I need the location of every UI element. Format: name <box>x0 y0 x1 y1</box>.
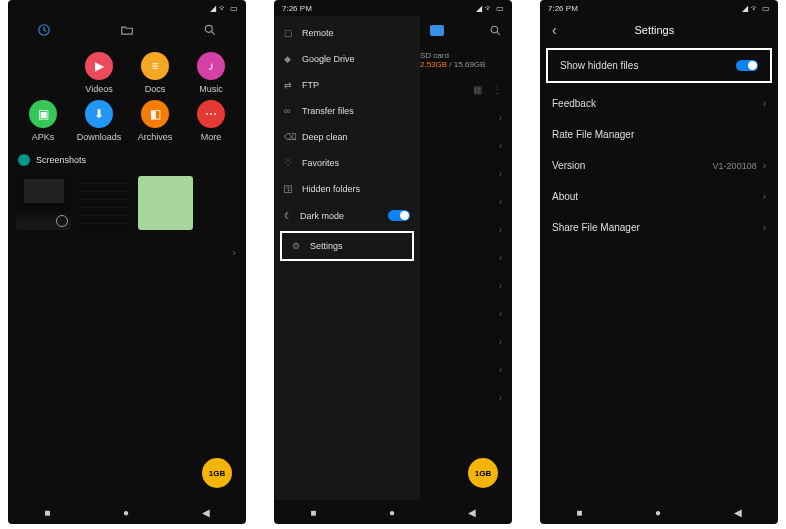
signal-icon: ◢ <box>742 4 748 13</box>
menu-remote[interactable]: ▢Remote <box>274 20 420 46</box>
search-icon[interactable] <box>489 24 502 37</box>
drawer-menu: ▢Remote ◆Google Drive ⇄FTP ∞Transfer fil… <box>274 16 420 500</box>
moon-icon: ☾ <box>284 211 292 221</box>
clean-icon: ⌫ <box>284 132 294 142</box>
settings-list: Show hidden files Feedback› Rate File Ma… <box>540 44 778 243</box>
folder-tab-icon[interactable] <box>119 22 135 38</box>
menu-favorites[interactable]: ♡Favorites <box>274 150 420 176</box>
show-hidden-toggle[interactable] <box>736 60 758 71</box>
tile-apks[interactable]: ▣APKs <box>18 100 68 142</box>
top-tabs <box>8 16 246 38</box>
signal-icon: ◢ <box>210 4 216 13</box>
docs-icon: ≡ <box>141 52 169 80</box>
row-feedback[interactable]: Feedback› <box>540 88 778 119</box>
thumbnail[interactable] <box>16 176 71 230</box>
status-time: 7:26 PM <box>282 4 312 13</box>
lock-icon: ⚿ <box>284 184 294 194</box>
battery-icon: ▭ <box>762 4 770 13</box>
screen-3-settings: 7:26 PM ◢ᯤ▭ ‹ Settings Show hidden files… <box>540 0 778 524</box>
nav-back[interactable]: ◀ <box>468 507 476 518</box>
back-button[interactable]: ‹ <box>552 22 557 38</box>
chevron-right-icon: › <box>763 160 766 171</box>
nav-recents[interactable]: ■ <box>44 507 50 518</box>
row-share[interactable]: Share File Manager› <box>540 212 778 243</box>
nav-recents[interactable]: ■ <box>310 507 316 518</box>
grid-view-icon[interactable]: ▦ <box>473 84 482 95</box>
tile-more[interactable]: ⋯More <box>186 100 236 142</box>
wifi-icon: ᯤ <box>751 4 759 13</box>
thumbnail-row <box>8 172 246 238</box>
cleaner-fab[interactable]: 1GB <box>202 458 232 488</box>
more-icon[interactable]: ⋮ <box>492 84 502 95</box>
screen-2-drawer: 7:26 PM ◢ᯤ▭ ▢Remote ◆Google Drive ⇄FTP ∞… <box>274 0 512 524</box>
tile-archives[interactable]: ◧Archives <box>130 100 180 142</box>
storage-info[interactable]: SD card 2.53GB / 15.69GB <box>420 45 512 75</box>
tile-videos[interactable]: ▶Videos <box>74 52 124 94</box>
archive-icon: ◧ <box>141 100 169 128</box>
row-show-hidden[interactable]: Show hidden files <box>548 50 770 81</box>
screenshots-icon <box>18 154 30 166</box>
folder-icon[interactable] <box>430 25 444 36</box>
storage-label: SD card <box>420 51 502 60</box>
cleaner-fab[interactable]: 1GB <box>468 458 498 488</box>
nav-bar: ■ ● ◀ <box>540 500 778 524</box>
row-version[interactable]: VersionV1-200108› <box>540 150 778 181</box>
heart-icon: ♡ <box>284 158 294 168</box>
wifi-icon: ᯤ <box>485 4 493 13</box>
menu-settings[interactable]: ⚙Settings <box>282 233 412 259</box>
section-title: Screenshots <box>36 155 86 165</box>
row-rate[interactable]: Rate File Manager <box>540 119 778 150</box>
section-header: Screenshots <box>8 148 246 172</box>
music-icon: ♪ <box>197 52 225 80</box>
nav-bar: ■ ● ◀ <box>8 500 246 524</box>
video-icon: ▶ <box>85 52 113 80</box>
svg-point-1 <box>205 25 212 32</box>
wifi-icon: ᯤ <box>219 4 227 13</box>
page-title: Settings <box>634 24 674 36</box>
gear-icon: ⚙ <box>292 241 302 251</box>
nav-back[interactable]: ◀ <box>734 507 742 518</box>
battery-icon: ▭ <box>496 4 504 13</box>
nav-back[interactable]: ◀ <box>202 507 210 518</box>
ftp-icon: ⇄ <box>284 80 294 90</box>
status-icons: ◢ᯤ▭ <box>476 4 504 13</box>
thumbnail[interactable] <box>138 176 193 230</box>
nav-home[interactable]: ● <box>389 507 395 518</box>
signal-icon: ◢ <box>476 4 482 13</box>
chevron-right-icon: › <box>763 191 766 202</box>
menu-google-drive[interactable]: ◆Google Drive <box>274 46 420 72</box>
recent-tab-icon[interactable] <box>36 22 52 38</box>
statusbar: 7:26 PM ◢ᯤ▭ <box>274 0 512 16</box>
nav-home[interactable]: ● <box>123 507 129 518</box>
tile-music[interactable]: ♪Music <box>186 52 236 94</box>
chevron-right-icon: › <box>763 98 766 109</box>
dark-mode-toggle[interactable] <box>388 210 410 221</box>
chevron-right-icon: › <box>499 112 502 123</box>
tile-downloads[interactable]: ⬇Downloads <box>74 100 124 142</box>
nav-recents[interactable]: ■ <box>576 507 582 518</box>
background-view: SD card 2.53GB / 15.69GB ▦ ⋮ › ››› ››› ›… <box>420 16 512 500</box>
highlight-box: Show hidden files <box>546 48 772 83</box>
menu-hidden-folders[interactable]: ⚿Hidden folders <box>274 176 420 202</box>
chevron-right-icon: › <box>763 222 766 233</box>
menu-deep-clean[interactable]: ⌫Deep clean <box>274 124 420 150</box>
list-row[interactable]: › <box>8 238 246 266</box>
drive-icon: ◆ <box>284 54 294 64</box>
remote-icon: ▢ <box>284 28 294 38</box>
row-about[interactable]: About› <box>540 181 778 212</box>
statusbar: ◢ᯤ▭ <box>8 0 246 16</box>
version-value: V1-200108 <box>713 161 757 171</box>
transfer-icon: ∞ <box>284 106 294 116</box>
statusbar: 7:26 PM ◢ᯤ▭ <box>540 0 778 16</box>
search-icon[interactable] <box>202 22 218 38</box>
menu-ftp[interactable]: ⇄FTP <box>274 72 420 98</box>
view-controls: ▦ ⋮ <box>420 75 512 103</box>
status-time: 7:26 PM <box>548 4 578 13</box>
status-icons: ◢ᯤ▭ <box>210 4 238 13</box>
thumbnail[interactable] <box>77 176 132 230</box>
menu-transfer[interactable]: ∞Transfer files <box>274 98 420 124</box>
tile-docs[interactable]: ≡Docs <box>130 52 180 94</box>
menu-dark-mode[interactable]: ☾Dark mode <box>274 202 420 229</box>
battery-icon: ▭ <box>230 4 238 13</box>
nav-home[interactable]: ● <box>655 507 661 518</box>
